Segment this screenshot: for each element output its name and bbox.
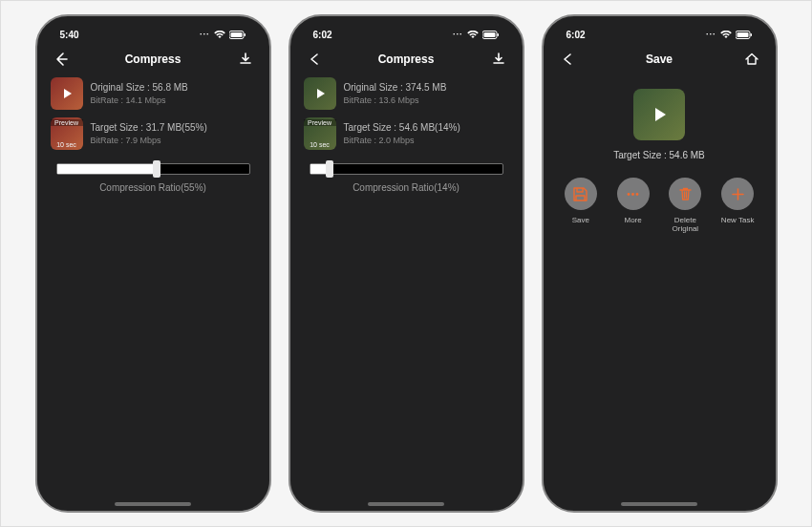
original-row: Original Size : 56.8 MB BitRate : 14.1 M… [47, 77, 260, 110]
status-time: 5:40 [60, 30, 79, 40]
new-task-action[interactable]: New Task [714, 178, 761, 233]
delete-original-label: Delete Original [661, 216, 709, 233]
svg-point-10 [631, 193, 634, 196]
home-indicator[interactable] [115, 502, 191, 506]
delete-original-action[interactable]: Delete Original [661, 178, 709, 233]
svg-rect-5 [497, 33, 499, 36]
header: Compress [300, 43, 513, 77]
preview-duration: 10 sec [51, 141, 83, 148]
slider-knob[interactable] [153, 160, 160, 178]
back-button[interactable] [559, 51, 576, 68]
target-size-label: Target Size : 54.6 MB [613, 150, 705, 160]
wifi-icon [720, 31, 732, 39]
home-indicator[interactable] [621, 502, 697, 506]
compression-slider[interactable] [56, 163, 250, 175]
svg-rect-1 [230, 32, 242, 37]
play-icon [51, 77, 83, 110]
status-time: 6:02 [566, 30, 586, 40]
status-time: 6:02 [313, 30, 332, 40]
target-size-label: Target Size : 54.6 MB(14%) [344, 122, 460, 133]
battery-icon [229, 31, 246, 39]
save-label: Save [572, 216, 589, 224]
cellular-icon: ··· [200, 30, 210, 39]
preview-badge: Preview [304, 119, 336, 126]
wifi-icon [467, 31, 479, 39]
trash-icon [669, 178, 701, 210]
preview-thumbnail[interactable]: Preview 10 sec [304, 117, 336, 150]
svg-rect-8 [750, 33, 752, 36]
preview-duration: 10 sec [304, 141, 336, 148]
page-title: Compress [70, 53, 237, 66]
status-bar: 5:40 ··· [47, 26, 260, 43]
battery-icon [736, 31, 753, 39]
more-action[interactable]: More [609, 178, 657, 233]
back-button[interactable] [53, 51, 70, 68]
phone-compress-1: 5:40 ··· Compress Original Size : 56.8 M… [35, 14, 271, 513]
svg-point-11 [636, 193, 639, 196]
action-row: Save More Delete Original New Task [553, 178, 766, 233]
phone-compress-2: 6:02 ··· Compress Original Size : 374.5 … [288, 14, 524, 513]
svg-rect-7 [737, 32, 748, 37]
slider-fill [57, 164, 158, 174]
more-label: More [625, 216, 642, 224]
original-size-label: Original Size : 56.8 MB [91, 82, 188, 93]
slider-knob[interactable] [326, 160, 333, 178]
status-bar: 6:02 ··· [300, 26, 513, 43]
original-size-label: Original Size : 374.5 MB [344, 82, 447, 93]
more-icon [617, 178, 650, 210]
result-thumbnail[interactable] [633, 89, 685, 140]
page-title: Compress [323, 53, 490, 66]
svg-rect-4 [483, 32, 495, 37]
target-row: Preview 10 sec Target Size : 31.7 MB(55%… [47, 117, 260, 150]
ratio-label: Compression Ratio(14%) [310, 182, 503, 193]
target-row: Preview 10 sec Target Size : 54.6 MB(14%… [300, 117, 513, 150]
wifi-icon [214, 31, 225, 39]
ratio-label: Compression Ratio(55%) [56, 182, 250, 193]
compression-slider[interactable] [310, 163, 503, 175]
plus-icon [721, 178, 754, 210]
save-icon [565, 178, 597, 210]
original-bitrate-label: BitRate : 13.6 Mbps [344, 95, 447, 105]
play-icon [304, 77, 336, 110]
save-action[interactable]: Save [557, 178, 605, 233]
video-thumbnail[interactable] [51, 77, 83, 110]
page-title: Save [576, 53, 743, 66]
home-button[interactable] [743, 51, 760, 68]
original-row: Original Size : 374.5 MB BitRate : 13.6 … [300, 77, 513, 110]
download-button[interactable] [237, 51, 254, 68]
svg-point-9 [628, 193, 630, 196]
status-bar: 6:02 ··· [553, 26, 766, 43]
phone-save: 6:02 ··· Save Target Size : 54.6 MB [542, 14, 778, 513]
back-button[interactable] [306, 51, 323, 68]
preview-badge: Preview [51, 119, 83, 126]
preview-thumbnail[interactable]: Preview 10 sec [51, 117, 83, 150]
svg-rect-2 [244, 33, 246, 36]
download-button[interactable] [490, 51, 507, 68]
header: Compress [47, 43, 260, 77]
new-task-label: New Task [721, 216, 755, 224]
home-indicator[interactable] [368, 502, 444, 506]
target-bitrate-label: BitRate : 2.0 Mbps [344, 136, 460, 145]
target-bitrate-label: BitRate : 7.9 Mbps [91, 136, 207, 145]
header: Save [553, 43, 766, 77]
original-bitrate-label: BitRate : 14.1 Mbps [91, 95, 188, 105]
play-icon [633, 89, 685, 140]
cellular-icon: ··· [453, 30, 463, 39]
cellular-icon: ··· [706, 30, 716, 39]
target-size-label: Target Size : 31.7 MB(55%) [91, 122, 207, 133]
video-thumbnail[interactable] [304, 77, 336, 110]
battery-icon [482, 31, 500, 39]
